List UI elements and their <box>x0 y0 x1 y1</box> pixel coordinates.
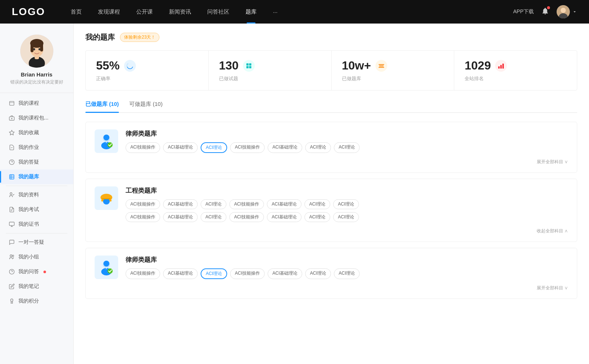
tag-2a-2[interactable]: ACI理论 <box>201 199 226 209</box>
tag-2b-1[interactable]: ACI基础理论 <box>163 212 198 222</box>
nav-qa[interactable]: 问答社区 <box>199 0 237 24</box>
sidebar-item-homework[interactable]: 我的作业 <box>0 140 73 155</box>
expand-link-1[interactable]: 展开全部科目 ∨ <box>95 159 568 165</box>
expand-link-2[interactable]: 收起全部科目 ∧ <box>95 228 568 234</box>
tag-3-3[interactable]: ACI技能操作 <box>230 268 265 279</box>
nav-menu: 首页 发现课程 公开课 新闻资讯 问答社区 题库 ··· <box>63 0 513 24</box>
tag-2b-6[interactable]: ACI理论 <box>333 212 359 222</box>
stat-rank-icon <box>495 60 507 72</box>
sidebar-item-oneone[interactable]: 一对一答疑 <box>0 235 73 250</box>
qa-icon <box>9 269 15 275</box>
star-icon <box>9 130 15 136</box>
stat-rank: 1029 全站排名 <box>454 51 577 90</box>
question-icon <box>9 159 15 165</box>
app-download-button[interactable]: APP下载 <box>513 8 534 15</box>
navbar-right: APP下载 <box>513 5 577 18</box>
page-title: 我的题库 <box>85 32 115 42</box>
stat-done-label: 已做试题 <box>219 75 321 82</box>
tab-available-banks[interactable]: 可做题库 (10) <box>129 101 163 112</box>
tag-2a-0[interactable]: ACI技能操作 <box>126 199 160 209</box>
stat-rank-number: 1029 <box>465 59 491 72</box>
tag-2b-0[interactable]: ACI技能操作 <box>126 212 160 222</box>
stat-rank-label: 全站排名 <box>465 75 567 82</box>
tag-2a-4[interactable]: ACI基础理论 <box>267 199 301 209</box>
tag-3-6[interactable]: ACI理论 <box>334 268 360 279</box>
chevron-down-icon <box>572 9 577 14</box>
nav-discover[interactable]: 发现课程 <box>90 0 128 24</box>
tag-1-5[interactable]: ACI理论 <box>305 142 331 153</box>
sidebar-item-qbank[interactable]: 我的题库 <box>0 169 73 184</box>
profile-avatar[interactable] <box>20 35 53 68</box>
profile-area: Brian Harris 错误的决定比没有决定要好 <box>0 31 73 93</box>
svg-rect-45 <box>502 64 504 69</box>
svg-rect-39 <box>249 66 251 68</box>
tag-1-6[interactable]: ACI理论 <box>334 142 360 153</box>
qbank-header-2: 工程类题库 ACI技能操作 ACI基础理论 ACI理论 ACI技能操作 ACI基… <box>95 186 568 222</box>
sidebar-item-answer[interactable]: 我的答疑 <box>0 155 73 169</box>
notification-button[interactable] <box>541 7 549 17</box>
tag-1-0[interactable]: ACI技能操作 <box>126 142 160 153</box>
svg-rect-8 <box>31 43 33 52</box>
svg-point-47 <box>103 135 109 140</box>
qbank-header-3: 律师类题库 ACI技能操作 ACI基础理论 ACI理论 ACI技能操作 ACI基… <box>95 256 568 279</box>
tag-2a-5[interactable]: ACI理论 <box>304 199 330 209</box>
tag-3-2[interactable]: ACI理论 <box>201 268 227 279</box>
tag-1-2[interactable]: ACI理论 <box>201 142 227 153</box>
stat-banks-label: 已做题库 <box>342 75 444 82</box>
qbank-title-1: 律师类题库 <box>126 129 568 138</box>
profile-motto: 错误的决定比没有决定要好 <box>7 79 67 85</box>
svg-rect-40 <box>378 64 384 65</box>
trial-badge: 体验剩余23天！ <box>120 33 159 42</box>
svg-point-30 <box>12 255 14 257</box>
sidebar-item-favorites[interactable]: 我的收藏 <box>0 125 73 140</box>
sidebar-item-package[interactable]: 我的课程包... <box>0 111 73 125</box>
tag-1-4[interactable]: ACI基础理论 <box>268 142 302 153</box>
nav-more[interactable]: ··· <box>265 0 286 24</box>
course-icon <box>9 100 15 106</box>
tag-2b-3[interactable]: ACI技能操作 <box>229 212 264 222</box>
tag-3-0[interactable]: ACI技能操作 <box>126 268 160 279</box>
sidebar-item-myqa[interactable]: 我的问答 <box>0 264 73 279</box>
stat-banks-icon <box>375 60 387 72</box>
nav-home[interactable]: 首页 <box>63 0 90 24</box>
svg-rect-42 <box>378 67 384 68</box>
tag-2b-2[interactable]: ACI理论 <box>201 212 226 222</box>
sidebar-item-note[interactable]: 我的笔记 <box>0 279 73 294</box>
sidebar-item-certificate[interactable]: 我的证书 <box>0 217 73 232</box>
expand-link-3[interactable]: 展开全部科目 ∨ <box>95 285 568 291</box>
tag-2a-6[interactable]: ACI理论 <box>333 199 359 209</box>
svg-point-11 <box>38 48 40 50</box>
tag-3-1[interactable]: ACI基础理论 <box>163 268 198 279</box>
package-icon <box>9 115 15 121</box>
user-avatar-button[interactable] <box>557 5 577 18</box>
tag-2a-1[interactable]: ACI基础理论 <box>163 199 198 209</box>
qbank-card-2: 工程类题库 ACI技能操作 ACI基础理论 ACI理论 ACI技能操作 ACI基… <box>85 179 577 242</box>
sidebar-item-points[interactable]: 我的积分 <box>0 294 73 308</box>
tag-2a-3[interactable]: ACI技能操作 <box>229 199 264 209</box>
tag-3-4[interactable]: ACI基础理论 <box>268 268 302 279</box>
svg-point-10 <box>33 48 35 50</box>
sidebar-item-exam[interactable]: 我的考试 <box>0 202 73 217</box>
sidebar-item-group[interactable]: 我的小组 <box>0 250 73 264</box>
svg-point-54 <box>103 199 110 204</box>
tag-1-3[interactable]: ACI技能操作 <box>230 142 265 153</box>
material-icon <box>9 192 15 198</box>
svg-rect-28 <box>9 222 14 225</box>
sidebar-item-course[interactable]: 我的课程 <box>0 96 73 111</box>
user-avatar <box>557 5 570 18</box>
svg-rect-37 <box>249 63 251 65</box>
main-layout: Brian Harris 错误的决定比没有决定要好 我的课程 我的课程包... <box>0 24 589 364</box>
oneone-icon <box>9 239 15 245</box>
tab-done-banks[interactable]: 已做题库 (10) <box>85 101 119 112</box>
tag-2b-4[interactable]: ACI基础理论 <box>267 212 301 222</box>
logo[interactable]: LOGO <box>12 6 45 18</box>
tag-2b-5[interactable]: ACI理论 <box>304 212 330 222</box>
tag-1-1[interactable]: ACI基础理论 <box>163 142 198 153</box>
nav-news[interactable]: 新闻资讯 <box>161 0 199 24</box>
nav-qbank[interactable]: 题库 <box>237 0 265 24</box>
nav-opencourse[interactable]: 公开课 <box>128 0 161 24</box>
tag-3-5[interactable]: ACI理论 <box>305 268 331 279</box>
svg-point-25 <box>10 193 12 195</box>
sidebar-item-material[interactable]: 我的资料 <box>0 188 73 202</box>
certificate-icon <box>9 221 15 227</box>
